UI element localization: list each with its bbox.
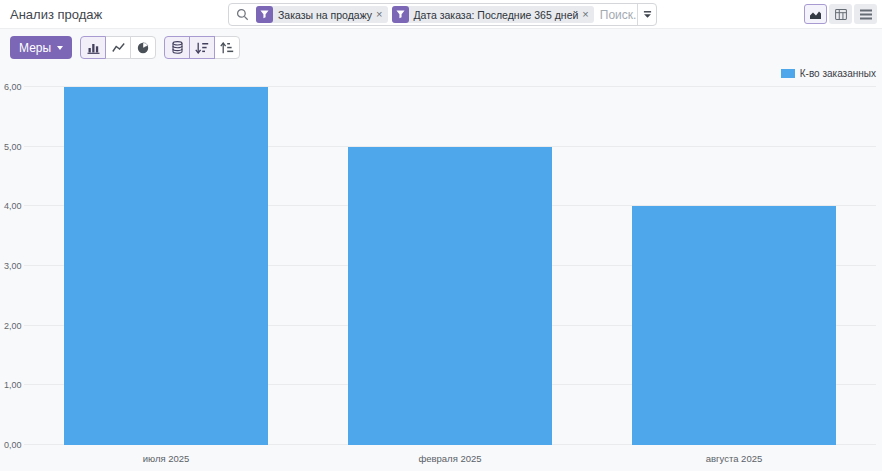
pivot-view-icon <box>835 9 847 20</box>
sort-ascending-button[interactable] <box>214 36 240 59</box>
y-axis-tick-label: 4,00 <box>4 201 22 211</box>
x-axis-labels: июля 2025февраля 2025августа 2025 <box>24 453 876 464</box>
stacked-button[interactable] <box>164 36 190 59</box>
page-title: Анализ продаж <box>10 0 102 29</box>
bar-slot <box>24 87 308 445</box>
chart-legend[interactable]: К-во заказанных <box>781 68 876 79</box>
line-chart-button[interactable] <box>105 36 131 59</box>
pie-chart-icon <box>137 42 149 54</box>
y-axis-tick-label: 3,00 <box>4 261 22 271</box>
search-bar[interactable]: Заказы на продажу × Дата заказа: Последн… <box>228 3 657 26</box>
measures-caret-icon <box>57 46 63 50</box>
bars <box>24 87 876 445</box>
sort-descending-button[interactable] <box>189 36 215 59</box>
remove-filter-icon[interactable]: × <box>582 9 588 20</box>
bar[interactable] <box>632 206 836 445</box>
measures-button-label: Меры <box>19 41 51 55</box>
filter-chip-sales-orders[interactable]: Заказы на продажу × <box>256 6 388 23</box>
list-view-button[interactable] <box>854 4 877 24</box>
x-axis-tick-label: июля 2025 <box>24 453 308 464</box>
filter-icon <box>256 6 273 23</box>
legend-label: К-во заказанных <box>800 68 876 79</box>
bar-slot <box>308 87 592 445</box>
sort-desc-icon <box>195 42 209 54</box>
stacked-icon <box>172 41 183 54</box>
remove-filter-icon[interactable]: × <box>376 9 382 20</box>
chart-options-group <box>164 36 240 59</box>
pivot-view-button[interactable] <box>829 4 852 24</box>
filter-chip-order-date[interactable]: Дата заказа: Последние 365 дней × <box>392 6 594 23</box>
search-input[interactable]: Поиск... <box>600 8 637 22</box>
bar[interactable] <box>64 87 268 445</box>
graph-toolbar: Меры <box>10 36 240 59</box>
pie-chart-button[interactable] <box>130 36 156 59</box>
graph-view-icon <box>809 9 822 20</box>
y-axis-tick-label: 5,00 <box>4 142 22 152</box>
y-axis-tick-label: 2,00 <box>4 321 22 331</box>
bar-slot <box>592 87 876 445</box>
sort-asc-icon <box>220 42 234 54</box>
filter-icon <box>392 6 409 23</box>
header: Анализ продаж Заказы на продажу × Дата з… <box>0 0 882 29</box>
bar-chart-icon <box>87 42 100 54</box>
graph-view-button[interactable] <box>804 4 827 24</box>
chart-type-group <box>80 36 156 59</box>
bar-chart-button[interactable] <box>80 36 106 59</box>
legend-swatch <box>781 69 795 78</box>
filter-chip-label: Дата заказа: Последние 365 дней <box>414 9 579 21</box>
line-chart-icon <box>112 42 125 53</box>
y-axis-tick-label: 1,00 <box>4 380 22 390</box>
y-axis-tick-label: 6,00 <box>4 82 22 92</box>
filter-chip-label: Заказы на продажу <box>278 9 372 21</box>
x-axis-tick-label: августа 2025 <box>592 453 876 464</box>
x-axis-tick-label: февраля 2025 <box>308 453 592 464</box>
view-switcher <box>804 4 877 24</box>
chart-area: К-во заказанных 0,001,002,003,004,005,00… <box>0 60 882 471</box>
plot-area: 0,001,002,003,004,005,006,00 <box>24 87 876 445</box>
search-dropdown-icon <box>643 10 652 19</box>
bar[interactable] <box>348 147 552 445</box>
y-axis-tick-label: 0,00 <box>4 440 22 450</box>
search-options-toggle[interactable] <box>637 4 656 25</box>
list-view-icon <box>860 9 872 20</box>
measures-button[interactable]: Меры <box>10 36 72 59</box>
search-icon <box>236 8 249 21</box>
